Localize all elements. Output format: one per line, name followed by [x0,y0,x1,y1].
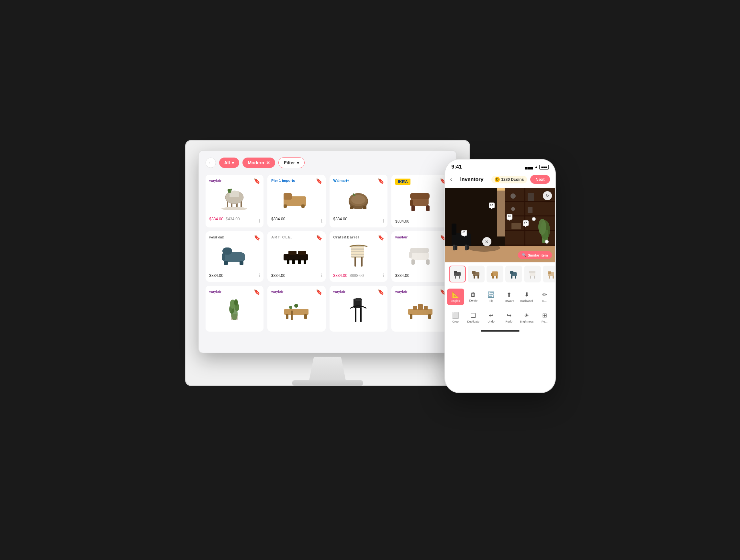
bookmark-icon[interactable]: 🔖 [378,235,384,241]
svg-rect-119 [549,275,550,278]
svg-rect-35 [298,259,301,264]
svg-point-65 [355,298,362,301]
perspective-icon: ⊞ [542,312,547,319]
price-tag-3[interactable]: 🏷 [461,230,467,236]
sale-price: $334.00 [209,217,223,221]
chair-thumb-4[interactable] [505,265,522,283]
redo-label: Redo [505,320,513,323]
chair-thumb-5[interactable] [524,265,541,283]
chair-thumb-2[interactable] [468,265,485,283]
svg-point-19 [351,195,365,204]
battery-icon: ■■■ [539,165,548,170]
price-tag-1[interactable]: 🏷 [489,203,495,208]
info-icon[interactable]: ℹ [321,273,322,278]
svg-rect-12 [284,193,292,200]
crop-label: Crop [452,320,459,323]
back-button[interactable]: ← [205,157,216,168]
dot-marker-2 [532,217,536,221]
product-card[interactable]: wayfair 🔖 [391,231,450,282]
info-icon[interactable]: ℹ [321,218,322,224]
info-icon[interactable]: ℹ [259,273,260,278]
svg-rect-100 [459,275,460,278]
duplicate-button[interactable]: ❑ Duplicate [465,309,482,326]
bookmark-icon[interactable]: 🔖 [254,178,260,184]
bookmark-icon[interactable]: 🔖 [316,235,322,241]
filter-all[interactable]: All ▾ [219,157,240,168]
refresh-button[interactable]: ↻ [543,191,552,200]
product-card[interactable]: IKEA 🔖 [391,175,450,227]
angles-button[interactable]: 📐 Angles [447,289,464,305]
chair-thumb-1[interactable] [449,265,466,283]
chair-thumbnails [445,262,555,286]
filter-filter[interactable]: Filter ▾ [278,157,305,168]
redo-icon: ↪ [506,312,512,319]
product-card[interactable]: west elm 🔖 [205,231,264,282]
bookmark-icon[interactable]: 🔖 [378,178,384,184]
product-image [271,185,322,214]
product-card[interactable]: wayfair 🔖 [205,175,264,227]
redo-button[interactable]: ↪ Redo [500,309,518,326]
svg-point-59 [289,306,292,309]
perspective-button[interactable]: ⊞ Pe... [536,309,553,326]
brand-label: wayfair [395,235,446,239]
product-card[interactable]: Pier 1 imports 🔖 [267,175,326,227]
close-button[interactable]: ✕ [482,237,491,246]
similar-item-button[interactable]: 🔍 Similar item [518,251,552,259]
price: $334.00 [334,217,384,221]
brightness-button[interactable]: ☀ Brightness [518,309,535,326]
brand-label: wayfair [271,290,322,294]
bookmark-icon[interactable]: 🔖 [254,235,260,241]
svg-rect-71 [418,304,423,310]
forward-button[interactable]: ⬆ Forward [500,289,518,305]
delete-button[interactable]: 🗑 Delete [465,289,482,305]
modern-close[interactable]: ✕ [266,160,270,165]
wifi-icon: ▲ [534,165,538,169]
product-card[interactable]: Walmart+ 🔖 [330,175,388,227]
backward-button[interactable]: ⬇ Backward [518,289,535,305]
brand-label: wayfair [209,179,260,183]
product-card[interactable]: Crate&Barrel 🔖 [330,231,388,282]
product-card[interactable]: wayfair 🔖 [391,286,450,332]
chair-thumb-6[interactable] [543,265,555,283]
flip-button[interactable]: 🔄 Flip [483,289,500,305]
price-tag-2[interactable]: 🏷 [506,214,513,220]
delete-icon: 🗑 [470,291,476,298]
bookmark-icon[interactable]: 🔖 [316,289,322,295]
bookmark-icon[interactable]: 🔖 [378,289,384,295]
undo-button[interactable]: ↩ Undo [483,309,500,326]
product-card[interactable]: wayfair 🔖 [205,286,264,332]
monitor-frame: ← All ▾ Modern ✕ Filter ▾ [185,140,470,386]
product-image [209,242,260,271]
price-tag-4[interactable]: 🏷 [523,220,529,226]
chair-thumb-3[interactable] [486,265,503,283]
product-card[interactable]: ARTICLE. 🔖 [267,231,326,282]
coin-icon: D [495,177,500,182]
svg-rect-69 [413,306,417,310]
product-image [395,187,446,216]
product-card[interactable]: wayfair 🔖 [267,286,326,332]
brand-label: wayfair [209,290,260,294]
brand-label: west elm [209,235,260,239]
next-button[interactable]: Next [530,175,550,184]
brand-label: ARTICLE. [271,235,322,239]
svg-point-88 [538,219,546,235]
product-card[interactable]: wayfair 🔖 [330,286,388,332]
svg-rect-111 [511,275,513,278]
filter-modern[interactable]: Modern ✕ [243,157,275,168]
monitor-base [292,380,363,386]
back-button[interactable]: ‹ [450,176,452,183]
svg-rect-29 [224,261,228,265]
price: $334.00 [395,219,446,224]
brightness-icon: ☀ [524,312,529,319]
info-icon[interactable]: ℹ [259,218,260,224]
price: $334.00 [209,273,260,278]
info-icon[interactable]: ℹ [383,273,384,278]
svg-rect-48 [426,259,430,265]
edit-more-button[interactable]: ✏ E... [536,289,553,305]
bookmark-icon[interactable]: 🔖 [316,178,322,184]
bookmark-icon[interactable]: 🔖 [254,289,260,295]
crop-button[interactable]: ⬜ Crop [447,309,464,326]
product-image [334,296,384,325]
svg-rect-63 [355,308,356,322]
info-icon[interactable]: ℹ [383,218,384,224]
